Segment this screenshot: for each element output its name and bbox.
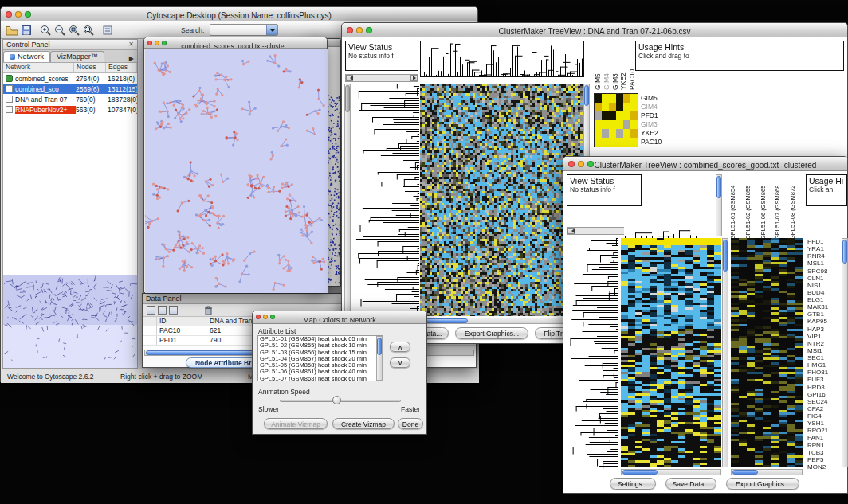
create-attribute-icon[interactable] [158, 306, 167, 315]
network-list-row[interactable]: combined_sco2569(6)13112(15) [3, 84, 137, 94]
export-graphics-button[interactable]: Export Graphics... [726, 478, 799, 490]
zoom-out-icon[interactable] [53, 23, 67, 37]
treeview-combined-titlebar[interactable]: ClusterMaker TreeView : combined_scores_… [563, 157, 847, 171]
panel-close-icon[interactable]: ✕ [128, 41, 134, 48]
network-canvas-area[interactable] [145, 49, 328, 293]
open-session-icon[interactable] [5, 23, 19, 37]
gene-label: RPO21 [807, 427, 841, 434]
attribute-matrix-icon[interactable] [169, 306, 178, 315]
slider-thumb[interactable] [332, 396, 341, 404]
settings-button[interactable]: Settings... [610, 478, 656, 490]
top-vertical-scrollbar[interactable] [716, 174, 722, 236]
network-graph-canvas[interactable] [145, 49, 328, 293]
minimize-icon[interactable] [578, 161, 584, 167]
heatmap-vertical-scrollbar[interactable] [722, 238, 728, 467]
gene-label: PUF3 [807, 376, 841, 383]
create-vizmap-button[interactable]: Create Vizmap [332, 418, 395, 429]
network-edges-count: 16218(0) [108, 75, 137, 83]
network-name: RNAPuberNov2+ [15, 106, 76, 114]
zoom-in-icon[interactable] [38, 23, 53, 37]
heatmap-horizontal-scrollbar[interactable] [420, 318, 583, 324]
map-colors-dialog[interactable]: Map Colors to Network Attribute List GPL… [252, 311, 427, 435]
attribute-list-item[interactable]: GPL51-07 (GSM868) heat shock 60 min [258, 376, 376, 381]
minimize-icon[interactable] [263, 315, 268, 319]
move-up-button[interactable]: ∧ [390, 342, 410, 352]
attribute-list-scrollbar[interactable] [376, 336, 383, 381]
row-dendrogram[interactable] [352, 84, 419, 316]
id-column-header[interactable]: ID [157, 317, 206, 326]
network-list-row[interactable]: DNA and Tran 07769(0)183728(0) [3, 94, 137, 104]
view-status-title: View Status [570, 176, 638, 186]
tab-overflow-icon[interactable]: ▶ [126, 55, 137, 62]
network-view-window[interactable]: combined_scores_good.txt--cluste... [143, 37, 328, 293]
attribute-listbox[interactable]: GPL51-01 (GSM854) heat shock 05 minGPL51… [257, 335, 383, 381]
dialog-titlebar[interactable]: Map Colors to Network [253, 311, 426, 324]
close-icon[interactable] [6, 11, 12, 18]
gene-label: BUD4 [807, 289, 841, 296]
move-down-button[interactable]: ∨ [390, 357, 410, 368]
scroll-left-icon[interactable] [567, 228, 575, 234]
annotation-icon[interactable] [100, 23, 115, 37]
maximize-icon[interactable] [366, 27, 372, 33]
save-data-button[interactable]: Save Data... [665, 478, 716, 490]
search-combobox[interactable] [210, 24, 278, 36]
heatmap-canvas[interactable] [420, 84, 583, 316]
main-titlebar[interactable]: Cytoscape Desktop (Session Name: collins… [1, 7, 477, 21]
minimize-icon[interactable] [356, 27, 363, 33]
selected-heatmap-canvas[interactable] [731, 238, 803, 467]
column-edges[interactable]: Edges [106, 63, 137, 72]
dendrogram-h-scrollbar[interactable] [345, 74, 418, 82]
subarray-row-label: GIM4 [641, 103, 662, 111]
close-icon[interactable] [147, 41, 152, 45]
minimize-icon[interactable] [15, 11, 22, 18]
column-dendrogram[interactable] [420, 41, 584, 77]
scroll-left-icon[interactable] [346, 75, 353, 81]
maximize-icon[interactable] [162, 41, 167, 45]
network-tab-icon [10, 54, 15, 60]
selected-horizontal-scrollbar[interactable] [731, 469, 803, 475]
close-icon[interactable] [568, 161, 575, 167]
subarray-column-label: GIM4 [603, 39, 611, 90]
subarray-heatmap[interactable] [594, 93, 638, 147]
zoom-selected-icon[interactable] [67, 23, 81, 37]
network-list-row[interactable]: combined_scores2764(0)16218(0) [3, 73, 137, 84]
column-dendrogram[interactable] [624, 225, 701, 238]
close-icon[interactable] [347, 27, 353, 33]
gene-id-cell: PAC10 [157, 326, 206, 335]
heatmap-canvas[interactable] [621, 238, 721, 467]
save-session-icon[interactable] [19, 23, 33, 37]
network-window-titlebar[interactable]: combined_scores_good.txt--cluste... [144, 37, 327, 49]
maximize-icon[interactable] [587, 161, 594, 167]
zoom-fit-icon[interactable] [81, 23, 96, 37]
birdseye-view[interactable] [3, 275, 137, 368]
scroll-right-icon[interactable] [410, 75, 418, 81]
gene-label: RPN1 [807, 442, 841, 449]
maximize-icon[interactable] [270, 315, 275, 319]
network-nodes-count: 2569(6) [76, 85, 108, 93]
maximize-icon[interactable] [25, 11, 31, 18]
attribute-list-label: Attribute List [258, 327, 296, 335]
gene-label: MSL1 [807, 260, 841, 267]
animate-vizmap-button[interactable]: Animate Vizmap [264, 418, 328, 429]
column-nodes[interactable]: Nodes [74, 63, 106, 72]
close-icon[interactable] [256, 315, 261, 319]
treeview-dna-titlebar[interactable]: ClusterMaker TreeView : DNA and Tran 07-… [342, 23, 847, 37]
network-list-row[interactable]: RNAPuberNov2+563(0)107847(0) [3, 104, 137, 115]
window-controls [256, 315, 275, 319]
trash-icon[interactable] [202, 305, 214, 316]
done-button[interactable]: Done [398, 418, 423, 429]
select-attributes-icon[interactable] [147, 306, 155, 315]
row-dendrogram-scrollbar[interactable] [344, 84, 351, 316]
treeview-combined-window[interactable]: ClusterMaker TreeView : combined_scores_… [563, 156, 848, 494]
tab-network[interactable]: Network [3, 51, 50, 62]
tab-vizmapper[interactable]: VizMapper™ [50, 51, 104, 62]
gene-list-scrollbar[interactable] [842, 238, 848, 467]
minimize-icon[interactable] [155, 41, 159, 45]
export-graphics-button[interactable]: Export Graphics... [455, 327, 528, 339]
array-column-label: GPL51-08 (GSM872 [789, 173, 804, 240]
network-edges-count: 13112(15) [108, 85, 137, 93]
combo-dropdown-icon[interactable] [266, 25, 277, 35]
row-dendrogram[interactable] [567, 238, 618, 469]
column-network[interactable]: Network [3, 63, 74, 72]
heatmap-horizontal-scrollbar[interactable] [621, 469, 721, 475]
